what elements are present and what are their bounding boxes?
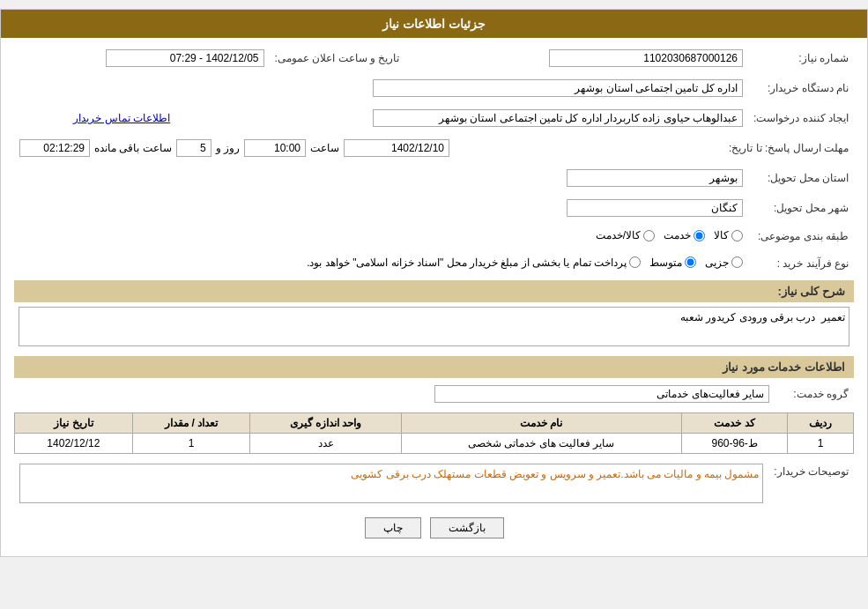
remaining-time-display: 02:12:29 [19,139,90,157]
city-display: کنگان [567,199,743,217]
services-header: اطلاعات خدمات مورد نیاز [14,356,854,378]
category-table: طبقه بندی موضوعی: کالا خدمت [14,227,854,247]
category-radio-group: کالا خدمت کالا/خدمت [596,229,743,241]
services-data-table: ردیف کد خدمت نام خدمت واحد اندازه گیری ت… [14,412,854,454]
announcement-datetime-display: 1402/12/05 - 07:29 [106,49,264,67]
category-goods-label: کالا [714,229,729,241]
spacer [404,47,440,70]
creator-value: عبدالوهاب حیاوی زاده کاربردار اداره کل ت… [175,107,748,130]
action-buttons: بازگشت چاپ [14,517,854,538]
province-display: بوشهر [567,169,743,187]
deadline-date-display: 1402/12/10 [344,139,449,157]
deadline-content: 1402/12/10 ساعت 10:00 روز و 5 ساعت باقی … [14,137,723,160]
service-group-table: گروه خدمت: سایر فعالیت‌های خدماتی [14,382,854,405]
province-table: استان محل تحویل: بوشهر [14,167,854,189]
need-number-value: 1102030687000126 [440,47,748,70]
category-both-item[interactable]: کالا/خدمت [596,229,655,241]
buyer-desc-row: توصیحات خریدار: [14,461,854,509]
send-deadline-label: مهلت ارسال پاسخ: تا تاریخ: [723,137,854,160]
page-title: جزئیات اطلاعات نیاز [382,17,486,31]
col-qty: تعداد / مقدار [132,413,250,434]
category-goods-item[interactable]: کالا [714,229,743,241]
services-table-body: 1 ط-96-960 سایر فعالیت های خدماتی شخصی ع… [15,434,854,454]
buyer-desc-textarea[interactable] [19,464,763,503]
type-minor-radio[interactable] [731,256,743,268]
purchase-type-row: نوع فرآیند خرید : جزیی متوسط [14,254,854,274]
days-label: روز و [216,142,240,154]
col-name: نام خدمت [401,413,681,434]
table-row: 1 ط-96-960 سایر فعالیت های خدماتی شخصی ع… [15,434,854,454]
deadline-time-display: 10:00 [244,139,306,157]
announcement-value: 1402/12/05 - 07:29 [14,47,270,70]
need-number-display: 1102030687000126 [549,49,743,67]
category-both-radio[interactable] [643,230,655,241]
deadline-row: مهلت ارسال پاسخ: تا تاریخ: 1402/12/10 سا… [14,137,854,160]
type-medium-item[interactable]: متوسط [649,256,696,269]
category-service-item[interactable]: خدمت [664,229,705,241]
row-code: ط-96-960 [681,434,787,454]
need-number-row: شماره نیاز: 1102030687000126 تاریخ و ساع… [14,47,854,70]
category-goods-radio[interactable] [731,230,743,241]
need-description-textarea[interactable] [19,307,849,346]
main-content: شماره نیاز: 1102030687000126 تاریخ و ساع… [1,38,867,556]
province-row: استان محل تحویل: بوشهر [14,167,854,189]
remaining-label: ساعت باقی مانده [94,142,172,154]
creator-table: ایجاد کننده درخواست: عبدالوهاب حیاوی زاد… [14,107,854,130]
province-label: استان محل تحویل: [748,167,854,189]
type-minor-label: جزیی [705,256,729,269]
need-description-header-label: شرح کلی نیاز: [777,285,845,298]
col-unit: واحد اندازه گیری [250,413,401,434]
page-header: جزئیات اطلاعات نیاز [1,10,867,38]
category-label: طبقه بندی موضوعی: [748,227,854,247]
buyer-desc-table: توصیحات خریدار: [14,461,854,509]
type-treasury-label: پرداخت تمام یا بخشی از مبلغ خریدار محل "… [307,256,627,269]
back-button[interactable]: بازگشت [430,517,504,538]
buyer-org-value: اداره کل تامین اجتماعی استان بوشهر [14,77,748,100]
creator-display: عبدالوهاب حیاوی زاده کاربردار اداره کل ت… [373,109,743,127]
contact-link[interactable]: اطلاعات تماس خریدار [73,112,170,124]
category-service-radio[interactable] [694,230,705,241]
buyer-org-display: اداره کل تامین اجتماعی استان بوشهر [373,79,743,97]
need-description-wrapper [14,307,854,349]
province-value: بوشهر [14,167,748,189]
row-qty: 1 [132,434,250,454]
service-group-row: گروه خدمت: سایر فعالیت‌های خدماتی [14,382,854,405]
creator-label: ایجاد کننده درخواست: [748,107,854,130]
buyer-desc-value [14,461,768,509]
purchase-type-options: جزیی متوسط پرداخت تمام یا بخشی از مبلغ خ… [14,254,748,274]
announcement-label: تاریخ و ساعت اعلان عمومی: [270,47,405,70]
service-group-label: گروه خدمت: [775,382,854,405]
category-row: طبقه بندی موضوعی: کالا خدمت [14,227,854,247]
need-description-header: شرح کلی نیاز: [14,280,854,302]
city-table: شهر محل تحویل: کنگان [14,197,854,219]
row-date: 1402/12/12 [15,434,133,454]
days-display: 5 [176,139,211,157]
time-label: ساعت [310,142,339,154]
print-button[interactable]: چاپ [365,517,421,538]
category-service-label: خدمت [664,229,691,241]
category-both-label: کالا/خدمت [596,229,641,241]
row-unit: عدد [250,434,401,454]
contact-link-cell: اطلاعات تماس خریدار [14,107,175,130]
city-row: شهر محل تحویل: کنگان [14,197,854,219]
service-group-value: سایر فعالیت‌های خدماتی [14,382,775,405]
buyer-org-label: نام دستگاه خریدار: [748,77,854,100]
type-treasury-item[interactable]: پرداخت تمام یا بخشی از مبلغ خریدار محل "… [307,256,641,269]
type-medium-label: متوسط [649,256,682,269]
row-num: 1 [788,434,854,454]
col-code: کد خدمت [681,413,787,434]
purchase-type-radio-group: جزیی متوسط پرداخت تمام یا بخشی از مبلغ خ… [307,256,743,269]
category-options: کالا خدمت کالا/خدمت [14,227,748,247]
type-treasury-radio[interactable] [629,256,641,268]
type-minor-item[interactable]: جزیی [705,256,743,269]
col-row: ردیف [788,413,854,434]
buyer-org-row: نام دستگاه خریدار: اداره کل تامین اجتماع… [14,77,854,100]
creator-row: ایجاد کننده درخواست: عبدالوهاب حیاوی زاد… [14,107,854,130]
services-table-head: ردیف کد خدمت نام خدمت واحد اندازه گیری ت… [15,413,854,434]
buyer-org-table: نام دستگاه خریدار: اداره کل تامین اجتماع… [14,77,854,100]
page-wrapper: جزئیات اطلاعات نیاز شماره نیاز: 11020306… [0,9,868,557]
services-header-label: اطلاعات خدمات مورد نیاز [723,360,845,374]
type-medium-radio[interactable] [685,256,696,268]
purchase-type-label: نوع فرآیند خرید : [748,254,854,274]
need-number-label: شماره نیاز: [748,47,854,70]
